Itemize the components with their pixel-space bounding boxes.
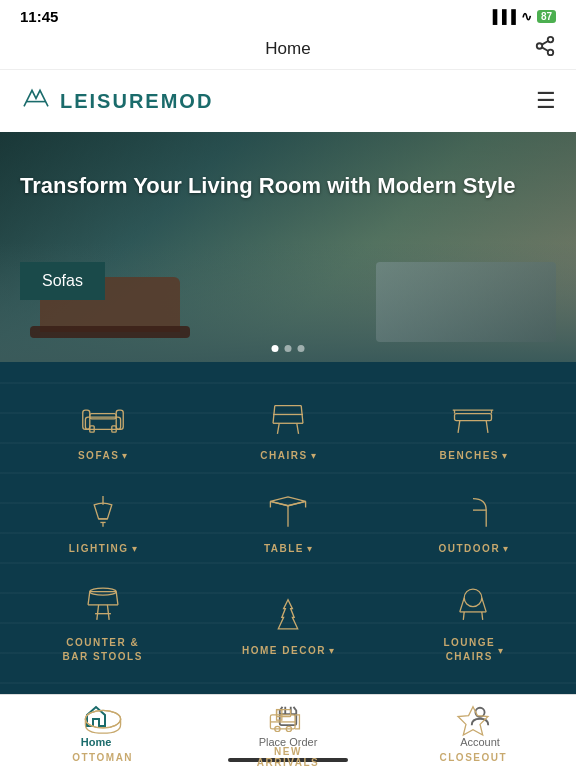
category-lighting[interactable]: LIGHTING ▾: [10, 475, 195, 568]
svg-rect-11: [455, 414, 492, 421]
hamburger-menu-icon[interactable]: ☰: [536, 88, 556, 114]
svg-point-2: [548, 50, 554, 55]
wifi-icon: ∿: [521, 9, 532, 24]
category-benches[interactable]: BENCHES ▾: [381, 382, 566, 475]
table-arrow: ▾: [307, 543, 312, 554]
category-outdoor[interactable]: OUTDOOR ▾: [381, 475, 566, 568]
outdoor-icon: [451, 493, 495, 535]
status-time: 11:45: [20, 8, 58, 25]
lighting-label: LIGHTING: [69, 543, 129, 554]
svg-rect-10: [89, 414, 115, 419]
category-closeout[interactable]: CLOSEOUT: [381, 678, 566, 768]
outdoor-label: OUTDOOR: [439, 543, 501, 554]
category-new-arrivals[interactable]: NEW ARRIVALS: [195, 678, 380, 768]
logo-bar: LEISUREMOD ☰: [0, 70, 576, 132]
closeout-icon: [451, 702, 495, 744]
hero-dots: [272, 345, 305, 352]
category-home-decor[interactable]: HOME DECOR ▾: [195, 568, 380, 678]
category-lounge-chairs[interactable]: LOUNGECHAIRS ▾: [381, 568, 566, 678]
sofas-arrow: ▾: [122, 450, 127, 461]
brand-logo[interactable]: LEISUREMOD: [20, 84, 213, 118]
counter-bar-stools-label: COUNTER &BAR STOOLS: [62, 636, 142, 664]
dot-3[interactable]: [298, 345, 305, 352]
category-sofas[interactable]: SOFAS ▾: [10, 382, 195, 475]
svg-rect-6: [82, 410, 89, 429]
status-bar: 11:45 ▐▐▐ ∿ 87: [0, 0, 576, 29]
sofas-label: SOFAS: [78, 450, 119, 461]
benches-icon: [451, 400, 495, 442]
svg-line-3: [542, 47, 548, 51]
ottoman-label: OTTOMAN: [72, 752, 133, 763]
header-title: Home: [265, 39, 310, 59]
lighting-arrow: ▾: [132, 543, 137, 554]
header: Home: [0, 29, 576, 70]
brand-name: LEISUREMOD: [60, 90, 213, 113]
table-icon: [266, 493, 310, 535]
category-ottoman[interactable]: OTTOMAN: [10, 678, 195, 768]
homedecor-icon: [266, 595, 310, 637]
barstool-icon: [81, 586, 125, 628]
table-label: TABLE: [264, 543, 304, 554]
homedecor-label: HOME DECOR: [242, 645, 326, 656]
sofa-icon: [81, 400, 125, 442]
category-table[interactable]: TABLE ▾: [195, 475, 380, 568]
status-icons: ▐▐▐ ∿ 87: [488, 9, 556, 24]
category-counter-bar-stools[interactable]: COUNTER &BAR STOOLS: [10, 568, 195, 678]
svg-point-0: [548, 37, 554, 43]
dot-2[interactable]: [285, 345, 292, 352]
logo-icon: [20, 84, 52, 118]
homedecor-arrow: ▾: [329, 645, 334, 656]
svg-point-27: [85, 710, 120, 728]
svg-rect-32: [277, 710, 291, 717]
svg-point-1: [537, 43, 543, 49]
arrivals-icon: [266, 696, 310, 738]
chairs-arrow: ▾: [311, 450, 316, 461]
category-grid: SOFAS ▾ CHAIRS ▾ BENCHES ▾ LIGHTING ▾: [0, 362, 576, 768]
hero-headline: Transform Your Living Room with Modern S…: [20, 172, 556, 201]
category-chairs[interactable]: CHAIRS ▾: [195, 382, 380, 475]
svg-line-22: [96, 605, 98, 620]
new-label: NEW: [274, 746, 302, 757]
lounge-arrow: ▾: [498, 645, 503, 656]
ottoman-icon: [81, 702, 125, 744]
dot-1[interactable]: [272, 345, 279, 352]
svg-line-4: [542, 41, 548, 45]
benches-label: BENCHES: [440, 450, 499, 461]
lighting-icon: [81, 493, 125, 535]
hero-cta-button[interactable]: Sofas: [20, 262, 105, 300]
svg-point-25: [465, 589, 483, 607]
svg-line-23: [107, 605, 109, 620]
lounge-chairs-label: LOUNGECHAIRS: [443, 636, 495, 664]
benches-arrow: ▾: [502, 450, 507, 461]
chairs-icon: [266, 400, 310, 442]
chairs-label: CHAIRS: [260, 450, 307, 461]
signal-icon: ▐▐▐: [488, 9, 516, 24]
hero-banner: Transform Your Living Room with Modern S…: [0, 132, 576, 362]
battery-indicator: 87: [537, 10, 556, 23]
share-icon[interactable]: [534, 35, 556, 63]
outdoor-arrow: ▾: [503, 543, 508, 554]
arrivals-label: ARRIVALS: [257, 757, 319, 768]
lounge-icon: [451, 586, 495, 628]
closeout-label: CLOSEOUT: [440, 752, 508, 763]
svg-rect-7: [116, 410, 123, 429]
